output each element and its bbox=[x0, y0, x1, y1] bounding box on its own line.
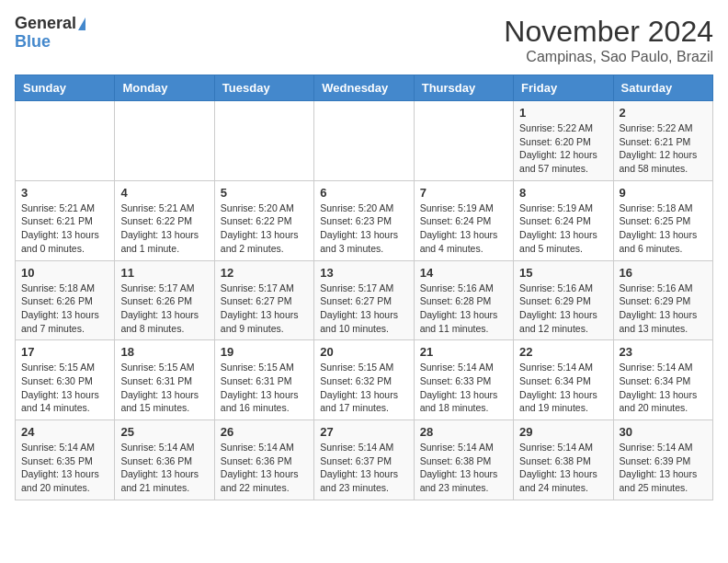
day-info: Sunrise: 5:14 AM Sunset: 6:37 PM Dayligh… bbox=[320, 441, 407, 495]
day-info: Sunrise: 5:15 AM Sunset: 6:30 PM Dayligh… bbox=[21, 361, 108, 415]
calendar-cell: 14Sunrise: 5:16 AM Sunset: 6:28 PM Dayli… bbox=[414, 260, 513, 340]
calendar-cell: 26Sunrise: 5:14 AM Sunset: 6:36 PM Dayli… bbox=[214, 420, 313, 500]
day-info: Sunrise: 5:14 AM Sunset: 6:34 PM Dayligh… bbox=[620, 361, 707, 415]
day-info: Sunrise: 5:22 AM Sunset: 6:20 PM Dayligh… bbox=[519, 121, 607, 176]
calendar-week-row: 10Sunrise: 5:18 AM Sunset: 6:26 PM Dayli… bbox=[16, 260, 713, 340]
calendar-cell: 10Sunrise: 5:18 AM Sunset: 6:26 PM Dayli… bbox=[16, 260, 115, 340]
calendar-cell: 27Sunrise: 5:14 AM Sunset: 6:37 PM Dayli… bbox=[314, 420, 414, 500]
day-info: Sunrise: 5:14 AM Sunset: 6:39 PM Dayligh… bbox=[620, 441, 707, 495]
day-number: 25 bbox=[120, 425, 208, 439]
calendar-cell: 18Sunrise: 5:15 AM Sunset: 6:31 PM Dayli… bbox=[115, 340, 214, 420]
day-info: Sunrise: 5:20 AM Sunset: 6:23 PM Dayligh… bbox=[320, 201, 407, 256]
day-number: 26 bbox=[221, 425, 308, 439]
month-title: November 2024 bbox=[504, 15, 713, 49]
logo: General Blue bbox=[15, 15, 85, 52]
day-number: 5 bbox=[221, 186, 308, 200]
day-info: Sunrise: 5:17 AM Sunset: 6:27 PM Dayligh… bbox=[221, 282, 308, 336]
logo-general: General bbox=[15, 15, 76, 33]
day-info: Sunrise: 5:21 AM Sunset: 6:22 PM Dayligh… bbox=[120, 201, 208, 256]
day-number: 13 bbox=[320, 266, 407, 280]
calendar-cell: 13Sunrise: 5:17 AM Sunset: 6:27 PM Dayli… bbox=[314, 260, 414, 340]
calendar-cell bbox=[314, 101, 414, 181]
calendar-cell: 6Sunrise: 5:20 AM Sunset: 6:23 PM Daylig… bbox=[314, 180, 414, 260]
calendar-cell: 23Sunrise: 5:14 AM Sunset: 6:34 PM Dayli… bbox=[613, 340, 712, 420]
day-info: Sunrise: 5:15 AM Sunset: 6:31 PM Dayligh… bbox=[120, 361, 208, 415]
day-info: Sunrise: 5:14 AM Sunset: 6:35 PM Dayligh… bbox=[21, 441, 108, 495]
calendar-cell bbox=[414, 101, 513, 181]
calendar-cell: 12Sunrise: 5:17 AM Sunset: 6:27 PM Dayli… bbox=[214, 260, 313, 340]
day-info: Sunrise: 5:20 AM Sunset: 6:22 PM Dayligh… bbox=[221, 201, 308, 256]
calendar-week-row: 17Sunrise: 5:15 AM Sunset: 6:30 PM Dayli… bbox=[16, 340, 713, 420]
day-info: Sunrise: 5:14 AM Sunset: 6:33 PM Dayligh… bbox=[420, 361, 507, 415]
day-number: 3 bbox=[21, 186, 108, 200]
calendar-cell: 8Sunrise: 5:19 AM Sunset: 6:24 PM Daylig… bbox=[514, 180, 613, 260]
calendar-cell: 9Sunrise: 5:18 AM Sunset: 6:25 PM Daylig… bbox=[613, 180, 712, 260]
day-number: 12 bbox=[221, 266, 308, 280]
calendar-week-row: 24Sunrise: 5:14 AM Sunset: 6:35 PM Dayli… bbox=[16, 420, 713, 500]
day-number: 20 bbox=[320, 345, 407, 359]
weekday-header-thursday: Thursday bbox=[414, 75, 513, 101]
day-number: 28 bbox=[420, 425, 507, 439]
day-number: 7 bbox=[420, 186, 507, 200]
calendar-cell: 4Sunrise: 5:21 AM Sunset: 6:22 PM Daylig… bbox=[115, 180, 214, 260]
calendar-cell: 11Sunrise: 5:17 AM Sunset: 6:26 PM Dayli… bbox=[115, 260, 214, 340]
day-info: Sunrise: 5:21 AM Sunset: 6:21 PM Dayligh… bbox=[21, 201, 108, 256]
day-info: Sunrise: 5:16 AM Sunset: 6:29 PM Dayligh… bbox=[519, 282, 607, 336]
day-number: 14 bbox=[420, 266, 507, 280]
calendar-cell: 1Sunrise: 5:22 AM Sunset: 6:20 PM Daylig… bbox=[514, 101, 613, 181]
calendar-cell: 24Sunrise: 5:14 AM Sunset: 6:35 PM Dayli… bbox=[16, 420, 115, 500]
weekday-header-row: SundayMondayTuesdayWednesdayThursdayFrid… bbox=[16, 75, 713, 101]
calendar-header: SundayMondayTuesdayWednesdayThursdayFrid… bbox=[16, 75, 713, 101]
day-info: Sunrise: 5:14 AM Sunset: 6:36 PM Dayligh… bbox=[221, 441, 308, 495]
day-info: Sunrise: 5:14 AM Sunset: 6:38 PM Dayligh… bbox=[420, 441, 507, 495]
day-info: Sunrise: 5:22 AM Sunset: 6:21 PM Dayligh… bbox=[620, 121, 707, 176]
calendar-cell: 22Sunrise: 5:14 AM Sunset: 6:34 PM Dayli… bbox=[514, 340, 613, 420]
day-info: Sunrise: 5:15 AM Sunset: 6:31 PM Dayligh… bbox=[221, 361, 308, 415]
day-number: 4 bbox=[120, 186, 208, 200]
calendar-cell: 7Sunrise: 5:19 AM Sunset: 6:24 PM Daylig… bbox=[414, 180, 513, 260]
calendar-cell bbox=[115, 101, 214, 181]
day-number: 17 bbox=[21, 345, 108, 359]
day-number: 18 bbox=[120, 345, 208, 359]
calendar-cell: 21Sunrise: 5:14 AM Sunset: 6:33 PM Dayli… bbox=[414, 340, 513, 420]
weekday-header-sunday: Sunday bbox=[16, 75, 115, 101]
day-number: 9 bbox=[620, 186, 707, 200]
day-number: 1 bbox=[519, 106, 607, 120]
calendar-cell: 15Sunrise: 5:16 AM Sunset: 6:29 PM Dayli… bbox=[514, 260, 613, 340]
calendar-cell bbox=[214, 101, 313, 181]
day-number: 8 bbox=[519, 186, 607, 200]
day-number: 30 bbox=[620, 425, 707, 439]
calendar-table: SundayMondayTuesdayWednesdayThursdayFrid… bbox=[15, 75, 713, 500]
day-number: 10 bbox=[21, 266, 108, 280]
day-number: 22 bbox=[519, 345, 607, 359]
day-number: 11 bbox=[120, 266, 208, 280]
weekday-header-friday: Friday bbox=[514, 75, 613, 101]
day-info: Sunrise: 5:19 AM Sunset: 6:24 PM Dayligh… bbox=[519, 201, 607, 256]
day-info: Sunrise: 5:14 AM Sunset: 6:36 PM Dayligh… bbox=[120, 441, 208, 495]
calendar-cell: 19Sunrise: 5:15 AM Sunset: 6:31 PM Dayli… bbox=[214, 340, 313, 420]
day-number: 15 bbox=[519, 266, 607, 280]
calendar-cell bbox=[16, 101, 115, 181]
day-number: 24 bbox=[21, 425, 108, 439]
day-number: 21 bbox=[420, 345, 507, 359]
calendar-cell: 20Sunrise: 5:15 AM Sunset: 6:32 PM Dayli… bbox=[314, 340, 414, 420]
page-header: General Blue November 2024 Campinas, Sao… bbox=[15, 15, 713, 65]
day-info: Sunrise: 5:18 AM Sunset: 6:26 PM Dayligh… bbox=[21, 282, 108, 336]
day-info: Sunrise: 5:18 AM Sunset: 6:25 PM Dayligh… bbox=[620, 201, 707, 256]
day-info: Sunrise: 5:16 AM Sunset: 6:28 PM Dayligh… bbox=[420, 282, 507, 336]
calendar-cell: 16Sunrise: 5:16 AM Sunset: 6:29 PM Dayli… bbox=[613, 260, 712, 340]
day-number: 6 bbox=[320, 186, 407, 200]
day-number: 29 bbox=[519, 425, 607, 439]
logo-blue: Blue bbox=[15, 33, 51, 52]
title-block: November 2024 Campinas, Sao Paulo, Brazi… bbox=[504, 15, 713, 65]
day-info: Sunrise: 5:15 AM Sunset: 6:32 PM Dayligh… bbox=[320, 361, 407, 415]
calendar-cell: 29Sunrise: 5:14 AM Sunset: 6:38 PM Dayli… bbox=[514, 420, 613, 500]
calendar-week-row: 1Sunrise: 5:22 AM Sunset: 6:20 PM Daylig… bbox=[16, 101, 713, 181]
weekday-header-tuesday: Tuesday bbox=[214, 75, 313, 101]
day-number: 19 bbox=[221, 345, 308, 359]
day-number: 16 bbox=[620, 266, 707, 280]
day-info: Sunrise: 5:17 AM Sunset: 6:26 PM Dayligh… bbox=[120, 282, 208, 336]
calendar-cell: 2Sunrise: 5:22 AM Sunset: 6:21 PM Daylig… bbox=[613, 101, 712, 181]
weekday-header-saturday: Saturday bbox=[613, 75, 712, 101]
weekday-header-wednesday: Wednesday bbox=[314, 75, 414, 101]
